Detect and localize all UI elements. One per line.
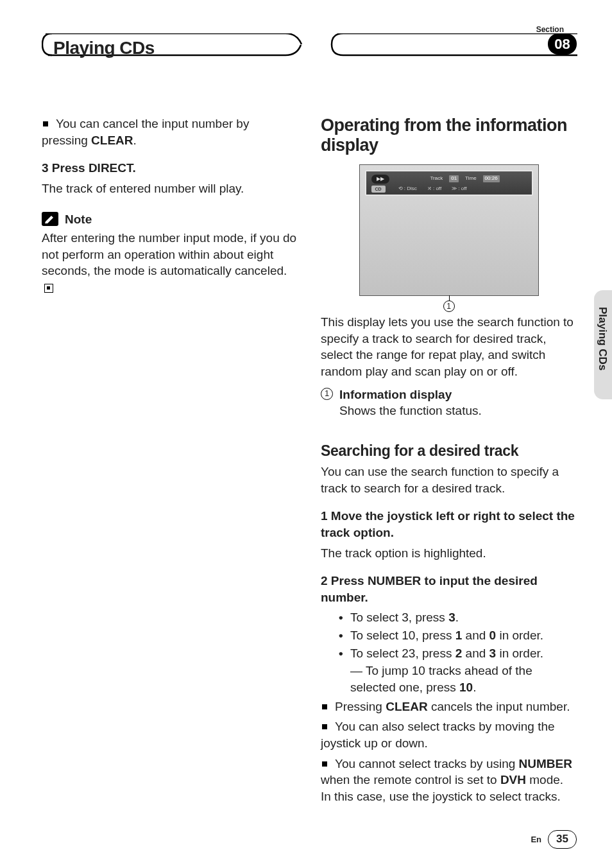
callout-item-1-label: Information display xyxy=(339,386,482,403)
note-body: After entering the number input mode, if… xyxy=(42,230,298,296)
square-bullet-icon xyxy=(322,724,327,729)
page-header: Section Playing CDs 08 xyxy=(42,26,577,64)
step-2-bullet-list: To select 3, press 3. To select 10, pres… xyxy=(339,609,577,695)
right-column: Operating from the information display ▶… xyxy=(321,116,577,809)
callout-item-1-body: Shows the function status. xyxy=(339,403,482,419)
info-row-bottom: ⟲ : Disc ⤨ : off ≫ : off xyxy=(398,186,527,193)
square-bullet-icon xyxy=(322,761,327,767)
step-1-body: The track option is highlighted. xyxy=(321,545,577,562)
note-heading-row: Note xyxy=(42,211,298,228)
heading-searching-track: Searching for a desired track xyxy=(321,441,577,461)
repeat-status: ⟲ : Disc xyxy=(398,186,417,193)
callout-item-1: 1 Information display Shows the function… xyxy=(321,386,577,419)
bullet-cancel-input: You can cancel the input number by press… xyxy=(42,116,298,148)
square-bullet-icon xyxy=(322,704,327,709)
searching-intro: You can use the search function to speci… xyxy=(321,464,577,496)
step-3-body: The track of entered number will play. xyxy=(42,180,298,197)
note-label: Note xyxy=(65,211,92,228)
cd-badge: CD xyxy=(371,186,386,193)
scan-status: ≫ : off xyxy=(452,186,466,193)
side-thumb-tab-label: Playing CDs xyxy=(595,307,609,370)
info-row-top: Track 01 Time 00:26 xyxy=(430,175,527,182)
play-indicator-icon: ▶▶ xyxy=(371,175,389,184)
end-of-section-icon xyxy=(44,284,53,293)
list-item: To select 10, press 1 and 0 in order. xyxy=(339,627,577,644)
footer-language: En xyxy=(531,834,541,846)
page-number-badge: 35 xyxy=(548,830,577,849)
step-3-heading: 3 Press DIRECT. xyxy=(42,160,298,177)
bullet-joystick: You can also select tracks by moving the… xyxy=(321,718,577,751)
page-footer: En 35 xyxy=(531,830,577,849)
pencil-note-icon xyxy=(42,212,58,226)
step-2-heading: 2 Press NUMBER to input the desired numb… xyxy=(321,573,577,605)
callout-number-1: 1 xyxy=(443,300,455,312)
track-value: 01 xyxy=(449,175,459,182)
info-display-bar: ▶▶ CD Track 01 Time 00:26 ⟲ : Disc ⤨ : o… xyxy=(365,170,533,196)
section-number-badge: 08 xyxy=(548,33,577,55)
info-display-screen: ▶▶ CD Track 01 Time 00:26 ⟲ : Disc ⤨ : o… xyxy=(359,164,539,296)
step-1-heading: 1 Move the joystick left or right to sel… xyxy=(321,508,577,541)
time-value: 00:26 xyxy=(483,175,500,182)
content-columns: You can cancel the input number by press… xyxy=(42,116,577,809)
left-column: You can cancel the input number by press… xyxy=(42,116,298,809)
circled-number-1-icon: 1 xyxy=(321,388,333,400)
list-item: To select 3, press 3. xyxy=(339,609,577,626)
chapter-title: Playing CDs xyxy=(53,36,155,60)
time-label: Time xyxy=(465,175,476,182)
square-bullet-icon xyxy=(43,121,48,126)
callout-item-1-text: Information display Shows the function s… xyxy=(339,386,482,419)
track-label: Track xyxy=(430,175,443,182)
callout-leader-line xyxy=(449,295,450,300)
bullet-number-dvh: You cannot select tracks by using NUMBER… xyxy=(321,756,577,805)
shuffle-status: ⤨ : off xyxy=(427,186,441,193)
bullet-clear: Pressing CLEAR cancels the input number. xyxy=(321,699,577,715)
list-item: To select 23, press 2 and 3 in order. — … xyxy=(339,645,577,696)
sub-list-item: — To jump 10 tracks ahead of the selecte… xyxy=(350,663,577,695)
info-display-intro: This display lets you use the search fun… xyxy=(321,314,577,380)
heading-operating-info-display: Operating from the information display xyxy=(321,116,577,155)
info-display-figure: ▶▶ CD Track 01 Time 00:26 ⟲ : Disc ⤨ : o… xyxy=(321,164,577,296)
